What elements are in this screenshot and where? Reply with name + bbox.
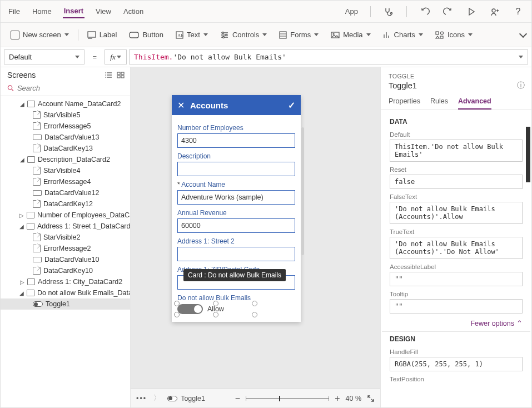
svg-point-1 (492, 9, 495, 12)
toggle-icon (167, 396, 177, 401)
toggle-control[interactable]: Allow (177, 304, 295, 314)
list-view-icon[interactable] (105, 72, 112, 78)
charts-icon (383, 31, 391, 39)
field-input[interactable]: 4300 (177, 133, 295, 148)
prop-falsetext[interactable]: FalseText'Do not allow Bulk Emails (Acco… (382, 191, 530, 226)
menu-insert[interactable]: Insert (63, 4, 84, 18)
svg-rect-12 (436, 32, 439, 34)
form-preview[interactable]: ✕ Accounts ✓ Number of Employees4300Desc… (172, 95, 301, 322)
chevron-down-icon (519, 56, 523, 58)
svg-rect-3 (130, 32, 138, 38)
icons-label: Icons (448, 31, 465, 39)
field-input[interactable] (177, 162, 295, 176)
tree-item-label: Toggle1 (46, 300, 70, 308)
icons-icon (435, 31, 444, 39)
menu-action[interactable]: Action (122, 5, 145, 18)
undo-icon[interactable] (418, 5, 431, 18)
chevron-down-icon (314, 33, 319, 36)
tree-item[interactable]: ErrorMessage2 (1, 243, 130, 254)
menu-home[interactable]: Home (31, 5, 53, 18)
prop-default[interactable]: DefaultThisItem.'Do not allow Bulk Email… (382, 129, 530, 164)
tree-search[interactable] (1, 82, 130, 96)
prop-truetext[interactable]: TrueText'Do not allow Bulk Emails (Accou… (382, 226, 530, 261)
share-icon[interactable] (488, 5, 501, 18)
tab-properties[interactable]: Properties (389, 97, 420, 110)
media-menu[interactable]: Media (326, 28, 375, 41)
zoom-in-button[interactable]: + (335, 394, 340, 404)
media-label: Media (343, 31, 362, 39)
ribbon-collapse-icon[interactable] (520, 32, 526, 38)
new-screen-label: New screen (23, 31, 61, 39)
accept-icon[interactable]: ✓ (288, 100, 295, 111)
tree-item-label: ErrorMessage4 (43, 178, 91, 186)
zoom-out-button[interactable]: − (235, 394, 240, 404)
prop-accessiblelabel[interactable]: AccessibleLabel"" (382, 261, 530, 288)
property-selector[interactable]: Default (4, 49, 84, 64)
zoom-slider[interactable] (246, 398, 329, 399)
forms-menu[interactable]: Forms (275, 28, 323, 41)
prop-reset[interactable]: Resetfalse (382, 164, 530, 191)
redo-icon[interactable] (441, 5, 455, 18)
tree-item[interactable]: DataCardKey12 (1, 198, 130, 210)
charts-menu[interactable]: Charts (379, 28, 427, 41)
help-icon[interactable]: ⓘ (517, 81, 525, 91)
diagnostics-icon[interactable] (382, 5, 395, 18)
panel-scrollbar[interactable] (526, 110, 530, 407)
tree-item[interactable]: DataCardValue12 (1, 187, 130, 198)
menu-app[interactable]: App (344, 5, 359, 18)
tree-item[interactable]: Do not allow Bulk Emails_DataCard2 (1, 287, 130, 298)
field-input[interactable] (177, 247, 295, 261)
close-icon[interactable]: ✕ (177, 100, 185, 111)
fewer-options-link[interactable]: Fewer options ⌃ (470, 320, 523, 328)
prop-handlefill[interactable]: HandleFillRGBA(255, 255, 255, 1) (382, 346, 530, 374)
tree-item[interactable]: StarVisible5 (1, 110, 130, 121)
edit-icon (33, 145, 41, 152)
icons-menu[interactable]: Icons (431, 28, 477, 41)
breadcrumb[interactable]: Toggle1 (181, 395, 205, 402)
tree-item[interactable]: Address 1: City_DataCard2 (1, 276, 130, 287)
more-icon[interactable]: ••• (136, 395, 147, 402)
grid-view-icon[interactable] (117, 72, 125, 78)
formula-bar: Default = fx ThisItem.'Do not allow Bulk… (1, 47, 531, 67)
tree-item[interactable]: Account Name_DataCard2 (1, 98, 130, 110)
menu-view[interactable]: View (95, 5, 112, 18)
tree-item[interactable]: Toggle1 (1, 298, 130, 310)
tree-item[interactable]: DataCardValue13 (1, 132, 130, 143)
tree-item[interactable]: Number of Employees_DataCard2 (1, 210, 130, 221)
tree-item[interactable]: StarVisible4 (1, 165, 130, 176)
prop-tooltip[interactable]: Tooltip"" (382, 288, 530, 316)
controls-menu[interactable]: Controls (216, 28, 271, 41)
form-scrollbar[interactable] (301, 127, 304, 255)
menu-file[interactable]: File (7, 5, 21, 18)
fx-button[interactable]: fx (105, 49, 127, 64)
label-button[interactable]: Label (83, 28, 122, 41)
tree-item[interactable]: ErrorMessage4 (1, 176, 130, 187)
tree-item[interactable]: StarVisible2 (1, 232, 130, 243)
controls-icon (220, 31, 229, 39)
field-input[interactable]: Adventure Works (sample) (177, 190, 295, 205)
form-title: Accounts (190, 101, 228, 110)
button-insert[interactable]: Button (125, 28, 168, 41)
tree-item[interactable]: DataCardKey10 (1, 265, 130, 276)
tree-item[interactable]: Address 1: Street 1_DataCard2 (1, 221, 130, 232)
play-icon[interactable] (465, 5, 478, 18)
tree-item-label: StarVisible2 (43, 233, 80, 241)
tree-item[interactable]: DataCardKey13 (1, 143, 130, 154)
tab-rules[interactable]: Rules (430, 97, 448, 110)
tree-item[interactable]: DataCardValue10 (1, 254, 130, 265)
tab-advanced[interactable]: Advanced (458, 97, 491, 110)
prop-textposition[interactable]: TextPosition (382, 374, 530, 386)
card-icon (27, 290, 34, 296)
svg-point-19 (8, 86, 12, 89)
tree-item[interactable]: Description_DataCard2 (1, 154, 130, 165)
tree-search-input[interactable] (17, 84, 126, 92)
chevron-down-icon (203, 33, 208, 36)
tree-item[interactable]: ErrorMessage5 (1, 121, 130, 132)
tree-item-label: Description_DataCard2 (38, 156, 110, 163)
new-screen-button[interactable]: New screen (6, 28, 73, 42)
help-icon[interactable]: ? (511, 5, 525, 18)
fullscreen-icon[interactable] (367, 395, 375, 402)
field-input[interactable]: 60000 (177, 218, 295, 233)
text-menu[interactable]: Ab Text (171, 28, 212, 41)
formula-input[interactable]: ThisItem.'Do not allow Bulk Emails' (129, 49, 528, 64)
